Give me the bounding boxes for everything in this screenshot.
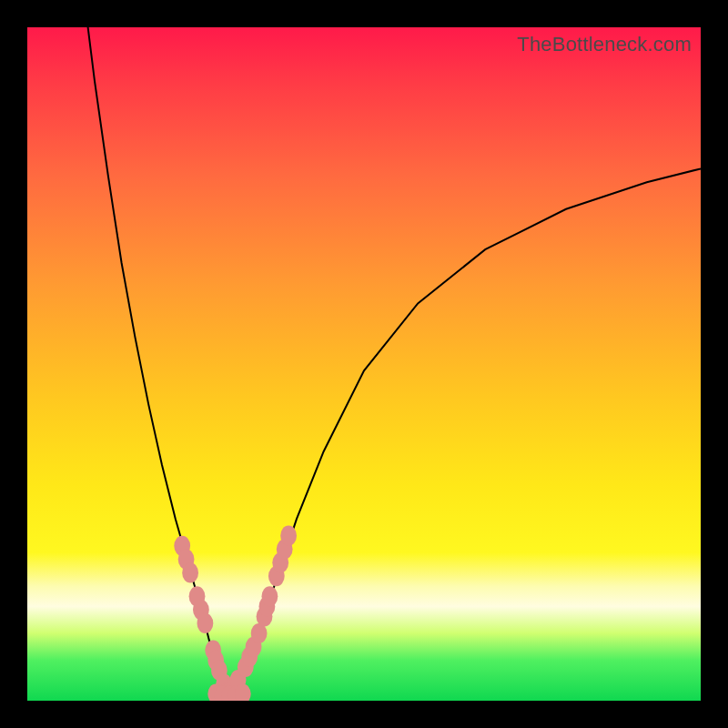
chart-bead	[197, 613, 214, 633]
chart-bead	[182, 562, 198, 582]
chart-svg	[27, 27, 701, 701]
bead-group	[174, 526, 297, 701]
chart-frame: TheBottleneck.com	[27, 27, 701, 701]
curve-left	[88, 27, 229, 694]
chart-bead	[280, 526, 297, 546]
curve-right	[229, 168, 701, 693]
chart-bead	[262, 586, 278, 606]
